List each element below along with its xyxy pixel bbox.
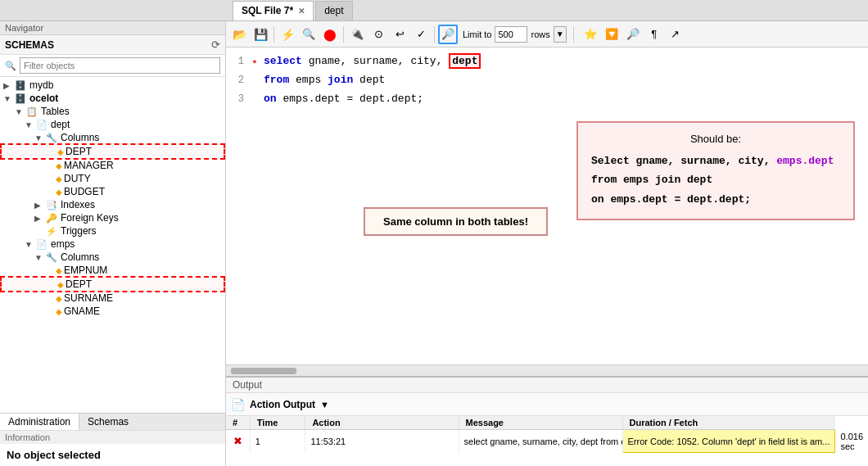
- row1-time: 11:53:21: [305, 430, 459, 453]
- emps-dept-col-label: DEPT: [66, 278, 92, 290]
- gname-label: GNAME: [64, 305, 100, 317]
- emps-columns-folder-label: Columns: [61, 251, 99, 263]
- on-condition: emps.dept = dept.dept;: [283, 93, 423, 105]
- col-message: Message: [459, 416, 622, 430]
- duty-label: DUTY: [64, 173, 91, 184]
- tree-item-tables[interactable]: ▼ 📋 Tables: [0, 105, 225, 118]
- manager-label: MANAGER: [64, 160, 114, 171]
- schemas-refresh-icon[interactable]: ⟳: [211, 38, 220, 51]
- right-panel: 📂 💾 ⚡ 🔍 ⬤ 🔌 ⊙ ↩ ✓ 🔎 Limit to rows ▼ ⭐ 🔽 …: [226, 21, 868, 466]
- tree-item-empnum[interactable]: ◆ EMPNUM: [0, 264, 225, 277]
- schemas-tab[interactable]: Schemas: [79, 414, 137, 430]
- select-cols: gname, surname, city,: [309, 55, 450, 67]
- format-btn[interactable]: ¶: [644, 25, 664, 44]
- h-scrollbar[interactable]: [226, 364, 868, 376]
- kw-from: from: [264, 74, 289, 86]
- dept-table-icon: 📄: [36, 120, 49, 130]
- h-scroll-thumb[interactable]: [231, 368, 296, 374]
- info-bar: Information: [0, 430, 225, 444]
- tree-item-ocelot[interactable]: ▼ 🗄️ ocelot: [0, 92, 225, 105]
- left-bottom-tabs: Administration Schemas: [0, 413, 225, 430]
- search-icon: 🔍: [5, 61, 16, 71]
- filter-toolbar-btn[interactable]: 🔽: [602, 25, 622, 44]
- tree-item-mydb[interactable]: ▶ 🗄️ mydb: [0, 79, 225, 92]
- line-content-1[interactable]: select gname, surname, city, dept: [260, 53, 481, 70]
- search-toolbar-btn[interactable]: 🔎: [623, 25, 643, 44]
- sql-file-tab-close[interactable]: ✕: [298, 7, 305, 16]
- empnum-label: EMPNUM: [64, 265, 107, 276]
- empnum-diamond: ◆: [56, 266, 62, 275]
- dept-dept-col-label: DEPT: [66, 146, 92, 157]
- line-content-2[interactable]: from emps join dept: [260, 72, 385, 89]
- line-num-2: 2: [226, 73, 249, 88]
- tree-item-budget[interactable]: ◆ BUDGET: [0, 185, 225, 198]
- filter-input[interactable]: [20, 57, 220, 74]
- emps-columns-arrow: ▼: [34, 253, 46, 262]
- should-be-content: Select gname, surname, city, emps.dept f…: [591, 152, 840, 209]
- dept-dept-col-diamond: ◆: [57, 147, 64, 156]
- row1-action: select gname, surname, city, dept from e…: [459, 430, 622, 453]
- inspect-button[interactable]: 🔎: [438, 25, 458, 44]
- dept-highlighted: dept: [449, 53, 481, 69]
- indexes-label: Indexes: [61, 199, 95, 210]
- emps-dept-col-diamond: ◆: [57, 280, 64, 289]
- save-button[interactable]: 💾: [251, 25, 270, 44]
- from-tables: emps: [296, 74, 328, 86]
- tree-item-gname[interactable]: ◆ GNAME: [0, 305, 225, 318]
- toggle-button[interactable]: ⊙: [368, 25, 388, 44]
- tree-item-duty[interactable]: ◆ DUTY: [0, 172, 225, 185]
- row1-error-icon: ✖: [226, 430, 250, 453]
- commit-button[interactable]: ✓: [411, 25, 431, 44]
- sql-file-tab[interactable]: SQL File 7* ✕: [233, 1, 314, 20]
- indexes-arrow: ▶: [34, 201, 46, 210]
- rollback-button[interactable]: ↩: [390, 25, 409, 44]
- line-dot-1: ●: [249, 57, 260, 68]
- execute-current-button[interactable]: 🔍: [299, 25, 319, 44]
- should-be-title: Should be:: [591, 133, 840, 145]
- tree-item-manager[interactable]: ◆ MANAGER: [0, 159, 225, 172]
- reconnect-button[interactable]: 🔌: [347, 25, 367, 44]
- limit-dropdown-btn[interactable]: ▼: [554, 26, 567, 43]
- row1-num: 1: [250, 430, 305, 453]
- should-be-line1: Select gname, surname, city, emps.dept: [591, 152, 840, 170]
- emps-label: emps: [51, 238, 75, 250]
- triggers-icon: ⚡: [46, 226, 59, 237]
- tree-item-dept-triggers[interactable]: ⚡ Triggers: [0, 224, 225, 238]
- ocelot-arrow: ▼: [3, 94, 15, 103]
- sql-toolbar: 📂 💾 ⚡ 🔍 ⬤ 🔌 ⊙ ↩ ✓ 🔎 Limit to rows ▼ ⭐ 🔽 …: [226, 21, 868, 48]
- tree-item-dept-indexes[interactable]: ▶ 📑 Indexes: [0, 198, 225, 211]
- sql-line-1: 1 ● select gname, surname, city, dept: [226, 52, 868, 71]
- tree-item-dept-columns-folder[interactable]: ▼ 🔧 Columns: [0, 131, 225, 144]
- tree-item-emps-table[interactable]: ▼ 📄 emps: [0, 238, 225, 251]
- dept-tab[interactable]: dept: [315, 1, 352, 20]
- action-output-label: Action Output: [250, 399, 315, 410]
- should-be-line2: from emps join dept: [591, 170, 840, 189]
- emps-dept-highlight: emps.dept: [776, 155, 834, 167]
- surname-label: SURNAME: [64, 292, 113, 304]
- tree-item-dept-fk[interactable]: ▶ 🔑 Foreign Keys: [0, 211, 225, 224]
- top-tabs-bar: SQL File 7* ✕ dept: [0, 0, 868, 21]
- stop-button[interactable]: ⬤: [320, 25, 340, 44]
- emps-columns-folder-icon: 🔧: [46, 252, 59, 263]
- manager-diamond: ◆: [56, 161, 62, 170]
- tree-item-surname[interactable]: ◆ SURNAME: [0, 292, 225, 305]
- tree-item-dept-dept-col[interactable]: ◆ DEPT: [2, 145, 224, 158]
- tree-item-emps-dept-col[interactable]: ◆ DEPT: [2, 278, 224, 291]
- export-btn[interactable]: ↗: [666, 25, 685, 44]
- editor-area: 1 ● select gname, surname, city, dept 2 …: [226, 48, 868, 364]
- col-duration: Duration / Fetch: [622, 416, 835, 430]
- limit-input[interactable]: [495, 26, 527, 43]
- kw-join: join: [328, 74, 353, 86]
- action-output-dropdown[interactable]: ▼: [320, 400, 329, 409]
- limit-label: Limit to: [463, 29, 491, 39]
- tree-item-emps-columns-folder[interactable]: ▼ 🔧 Columns: [0, 251, 225, 264]
- administration-tab[interactable]: Administration: [0, 414, 79, 430]
- ocelot-label: ocelot: [29, 93, 58, 104]
- execute-button[interactable]: ⚡: [278, 25, 297, 44]
- line-content-3[interactable]: on emps.dept = dept.dept;: [260, 91, 423, 108]
- toolbar-sep-3: [434, 26, 435, 43]
- dept-columns-icon: 🔧: [46, 133, 59, 143]
- open-file-button[interactable]: 📂: [229, 25, 249, 44]
- tree-item-dept-table[interactable]: ▼ 📄 dept: [0, 118, 225, 131]
- bookmark-button[interactable]: ⭐: [581, 25, 600, 44]
